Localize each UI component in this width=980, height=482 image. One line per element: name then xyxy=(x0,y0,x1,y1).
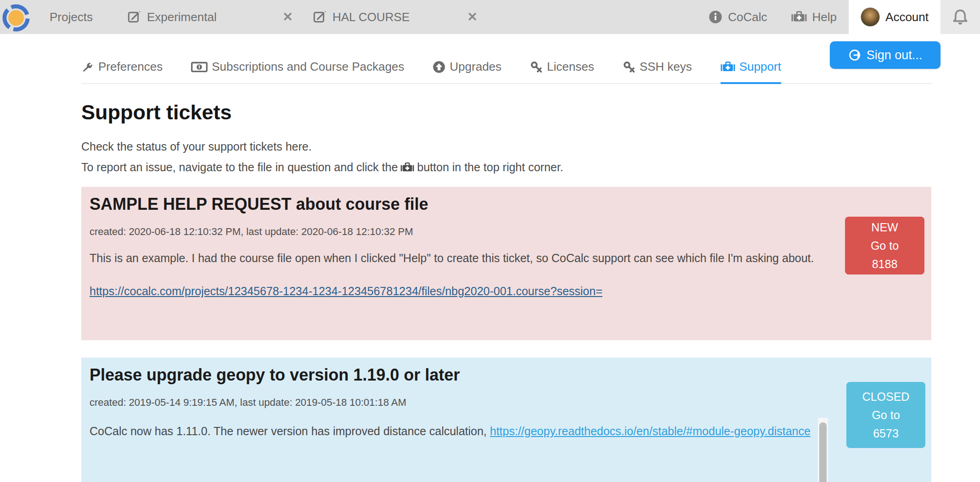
arrow-circle-up-icon xyxy=(433,61,445,73)
notifications-button[interactable] xyxy=(941,0,980,34)
wrench-icon xyxy=(81,61,94,73)
cocalc-info-button[interactable]: CoCalc xyxy=(697,0,779,34)
file-tab-label: HAL COURSE xyxy=(332,10,410,24)
tab-label: Subscriptions and Course Packages xyxy=(212,60,404,74)
intro-text: Check the status of your support tickets… xyxy=(81,139,931,174)
cocalc-label: CoCalc xyxy=(728,10,767,24)
tab-subscriptions[interactable]: Subscriptions and Course Packages xyxy=(191,60,404,84)
edit-icon xyxy=(313,10,327,24)
tab-label: Support xyxy=(739,60,781,74)
projects-nav-button[interactable]: Projects xyxy=(50,10,93,24)
goto-ticket-button[interactable]: NEW Go to 8188 xyxy=(845,217,924,275)
close-icon[interactable]: ✕ xyxy=(467,10,478,24)
ticket-card-new: SAMPLE HELP REQUEST about course file cr… xyxy=(81,187,931,340)
key-icon xyxy=(530,61,543,73)
close-icon[interactable]: ✕ xyxy=(282,10,293,24)
money-icon xyxy=(191,61,208,73)
tab-label: Licenses xyxy=(547,60,594,74)
tab-preferences[interactable]: Preferences xyxy=(81,60,163,84)
ticket-card-closed: Please upgrade geopy to version 1.19.0 o… xyxy=(81,358,931,482)
status-badge: NEW xyxy=(845,218,924,236)
edit-icon xyxy=(128,10,141,24)
ticket-title: Please upgrade geopy to version 1.19.0 o… xyxy=(90,365,920,385)
account-tabs: Preferences Subscriptions and Course Pac… xyxy=(81,60,931,84)
help-label: Help xyxy=(812,10,837,24)
ticket-meta: created: 2019-05-14 9:19:15 AM, last upd… xyxy=(90,397,920,409)
ticket-meta: created: 2020-06-18 12:10:32 PM, last up… xyxy=(90,226,920,238)
ticket-body: CoCalc now has 1.11.0. The newer version… xyxy=(90,422,814,440)
ticket-body: This is an example. I had the course fil… xyxy=(90,249,820,267)
medkit-icon xyxy=(400,162,414,174)
ticket-number: 8188 xyxy=(845,255,924,273)
tab-label: Preferences xyxy=(98,60,163,74)
page-title: Support tickets xyxy=(81,101,931,124)
file-tab-hal-course[interactable]: HAL COURSE ✕ xyxy=(313,10,478,24)
description-scrollbar[interactable] xyxy=(818,418,828,482)
intro-line-1: Check the status of your support tickets… xyxy=(81,139,931,154)
ticket-title: SAMPLE HELP REQUEST about course file xyxy=(90,195,920,214)
topbar-right-cluster: CoCalc Help Account xyxy=(697,0,980,34)
ticket-file-link[interactable]: https://cocalc.com/projects/12345678-123… xyxy=(90,285,920,298)
tab-label: Upgrades xyxy=(450,60,501,74)
bell-icon xyxy=(951,8,970,26)
tab-upgrades[interactable]: Upgrades xyxy=(433,60,501,84)
file-tab-experimental[interactable]: Experimental ✕ xyxy=(128,10,293,24)
tab-licenses[interactable]: Licenses xyxy=(530,60,594,84)
account-nav-button[interactable]: Account xyxy=(849,0,941,34)
top-bar: Projects Experimental ✕ HAL COURSE ✕ CoC… xyxy=(0,0,980,34)
goto-ticket-button[interactable]: CLOSED Go to 6573 xyxy=(846,382,925,448)
status-badge: CLOSED xyxy=(846,387,925,406)
account-label: Account xyxy=(885,10,929,24)
intro-line-2: To report an issue, navigate to the file… xyxy=(81,160,931,174)
account-page: Preferences Subscriptions and Course Pac… xyxy=(81,34,931,482)
scrollbar-thumb[interactable] xyxy=(819,422,827,482)
tab-support[interactable]: Support xyxy=(721,60,781,84)
file-tab-label: Experimental xyxy=(147,10,217,24)
medkit-icon xyxy=(721,61,735,73)
tab-ssh-keys[interactable]: SSH keys xyxy=(623,60,692,84)
tab-label: SSH keys xyxy=(640,60,692,74)
info-icon xyxy=(709,10,722,24)
key-icon xyxy=(623,61,636,73)
avatar xyxy=(861,7,880,27)
geopy-docs-link[interactable]: https://geopy.readthedocs.io/en/stable/#… xyxy=(490,425,811,437)
medkit-icon xyxy=(791,10,807,24)
ticket-number: 6573 xyxy=(846,424,925,443)
help-button[interactable]: Help xyxy=(779,0,849,34)
cocalc-logo-icon[interactable] xyxy=(2,4,30,32)
